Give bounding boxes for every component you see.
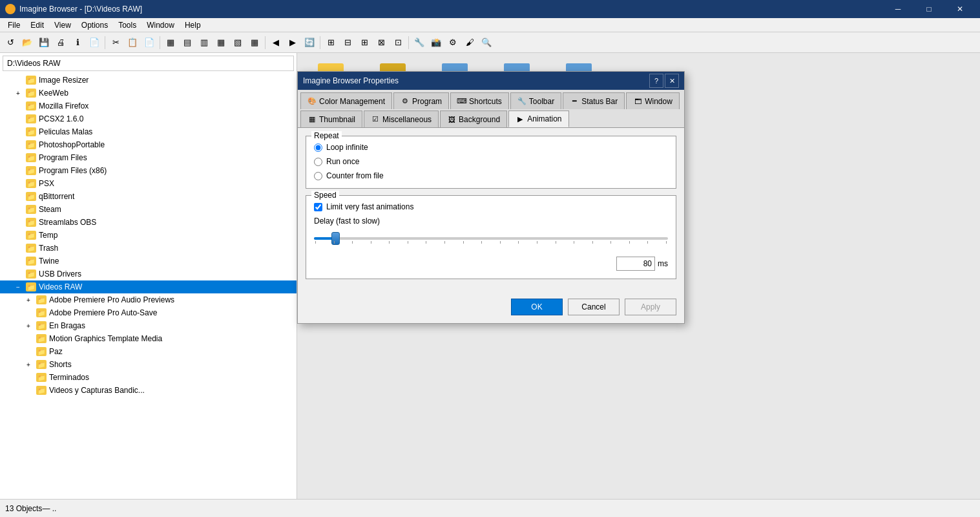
expand-icon[interactable] bbox=[13, 256, 23, 266]
delay-value-input[interactable] bbox=[616, 257, 655, 271]
tab-window[interactable]: 🗔 Window bbox=[626, 92, 680, 109]
tree-item-motion-graphics[interactable]: 📁 Motion Graphics Template Media bbox=[0, 332, 297, 345]
menu-file[interactable]: File bbox=[3, 18, 25, 32]
ok-button[interactable]: OK bbox=[511, 299, 563, 315]
expand-icon[interactable]: + bbox=[23, 321, 34, 331]
tree-item-videos-capturas[interactable]: 📁 Videos y Capturas Bandic... bbox=[0, 384, 297, 397]
tree-item-image-resizer[interactable]: 📁 Image Resizer bbox=[0, 74, 297, 87]
toolbar-btn-settings[interactable]: ⚙ bbox=[445, 35, 461, 50]
expand-icon[interactable] bbox=[13, 165, 23, 176]
toolbar-btn-refresh[interactable]: ↺ bbox=[3, 35, 18, 50]
toolbar-btn-view1[interactable]: ▦ bbox=[163, 35, 178, 50]
expand-icon[interactable] bbox=[13, 75, 23, 85]
toolbar-btn-info[interactable]: ℹ bbox=[70, 35, 85, 50]
tree-item-qbittorrent[interactable]: 📁 qBittorrent bbox=[0, 190, 297, 203]
toolbar-btn-grid3[interactable]: ⊞ bbox=[357, 35, 372, 50]
toolbar-btn-view5[interactable]: ▧ bbox=[230, 35, 245, 50]
expand-icon[interactable] bbox=[23, 333, 34, 344]
tree-item-program-files[interactable]: 📁 Program Files bbox=[0, 151, 297, 164]
expand-icon[interactable] bbox=[13, 140, 23, 150]
tree-item-en-bragas[interactable]: + 📁 En Bragas bbox=[0, 319, 297, 332]
expand-icon[interactable] bbox=[13, 101, 23, 111]
tree-item-adobe-auto-save[interactable]: 📁 Adobe Premiere Pro Auto-Save bbox=[0, 306, 297, 319]
expand-icon[interactable]: + bbox=[23, 295, 34, 305]
close-button[interactable]: ✕ bbox=[945, 0, 975, 18]
left-panel[interactable]: D:\Videos RAW 📁 Image Resizer + 📁 KeeWeb… bbox=[0, 53, 297, 499]
radio-counter-from-file-input[interactable] bbox=[314, 172, 322, 180]
limit-fast-checkbox[interactable] bbox=[314, 203, 322, 211]
toolbar-btn-camera[interactable]: 📸 bbox=[428, 35, 444, 50]
toolbar-btn-view4[interactable]: ▦ bbox=[213, 35, 229, 50]
toolbar-btn-tools[interactable]: 🔧 bbox=[412, 35, 427, 50]
expand-icon[interactable] bbox=[13, 178, 23, 189]
radio-counter-from-file[interactable]: Counter from file bbox=[314, 171, 668, 180]
tab-thumbnail[interactable]: ▦ Thumbnail bbox=[300, 111, 362, 127]
toolbar-btn-copy[interactable]: 📋 bbox=[125, 35, 140, 50]
tree-item-streamlabs[interactable]: 📁 Streamlabs OBS bbox=[0, 216, 297, 229]
slider-track-wrapper[interactable] bbox=[314, 231, 668, 246]
expand-icon[interactable] bbox=[13, 269, 23, 279]
toolbar-btn-grid4[interactable]: ⊠ bbox=[373, 35, 389, 50]
tree-item-psx[interactable]: 📁 PSX bbox=[0, 177, 297, 190]
dialog-help-button[interactable]: ? bbox=[649, 74, 663, 88]
toolbar-btn-print[interactable]: 🖨 bbox=[53, 35, 68, 50]
expand-icon[interactable] bbox=[23, 346, 34, 357]
dialog-close-button[interactable]: ✕ bbox=[665, 74, 679, 88]
tree-item-usb[interactable]: 📁 USB Drivers bbox=[0, 268, 297, 280]
radio-loop-infinite[interactable]: Loop infinite bbox=[314, 143, 668, 152]
expand-icon[interactable] bbox=[13, 217, 23, 227]
toolbar-btn-paint[interactable]: 🖌 bbox=[462, 35, 477, 50]
toolbar-btn-rotate[interactable]: 🔄 bbox=[302, 35, 317, 50]
toolbar-btn-open[interactable]: 📂 bbox=[19, 35, 35, 50]
radio-run-once-input[interactable] bbox=[314, 158, 322, 166]
menu-view[interactable]: View bbox=[49, 18, 76, 32]
tree-item-keeweb[interactable]: + 📁 KeeWeb bbox=[0, 87, 297, 100]
radio-loop-infinite-input[interactable] bbox=[314, 143, 322, 152]
toolbar-btn-cut[interactable]: ✂ bbox=[108, 35, 123, 50]
tab-background[interactable]: 🖼 Background bbox=[440, 111, 507, 127]
tab-shortcuts[interactable]: ⌨ Shortcuts bbox=[450, 92, 509, 109]
menu-edit[interactable]: Edit bbox=[25, 18, 49, 32]
expand-icon[interactable] bbox=[13, 191, 23, 202]
toolbar-btn-save[interactable]: 💾 bbox=[36, 35, 52, 50]
tree-item-trash[interactable]: 📁 Trash bbox=[0, 242, 297, 255]
toolbar-btn-grid1[interactable]: ⊞ bbox=[323, 35, 339, 50]
tree-item-mozilla[interactable]: 📁 Mozilla Firefox bbox=[0, 100, 297, 112]
tree-item-paz[interactable]: 📁 Paz bbox=[0, 345, 297, 358]
menu-window[interactable]: Window bbox=[141, 18, 180, 32]
expand-icon[interactable]: + bbox=[23, 359, 34, 370]
tree-item-pcsx2[interactable]: 📁 PCSX2 1.6.0 bbox=[0, 112, 297, 125]
expand-icon[interactable] bbox=[13, 153, 23, 163]
tab-miscellaneous[interactable]: ☑ Miscellaneous bbox=[364, 111, 439, 127]
tree-item-adobe-audio[interactable]: + 📁 Adobe Premiere Pro Audio Previews bbox=[0, 293, 297, 306]
menu-help[interactable]: Help bbox=[180, 18, 206, 32]
toolbar-btn-zoom[interactable]: 🔍 bbox=[479, 35, 494, 50]
tree-item-twine[interactable]: 📁 Twine bbox=[0, 255, 297, 268]
toolbar-btn-doc[interactable]: 📄 bbox=[87, 35, 102, 50]
expand-icon[interactable]: + bbox=[13, 88, 23, 98]
tab-color-management[interactable]: 🎨 Color Management bbox=[300, 92, 392, 109]
tree-item-peliculas[interactable]: 📁 Peliculas Malas bbox=[0, 125, 297, 138]
tree-item-photoshop[interactable]: 📁 PhotoshopPortable bbox=[0, 138, 297, 151]
tree-item-shorts[interactable]: + 📁 Shorts bbox=[0, 358, 297, 371]
toolbar-btn-view2[interactable]: ▤ bbox=[180, 35, 195, 50]
toolbar-btn-grid2[interactable]: ⊟ bbox=[340, 35, 355, 50]
expand-icon[interactable] bbox=[13, 127, 23, 137]
expand-icon[interactable] bbox=[23, 308, 34, 318]
apply-button[interactable]: Apply bbox=[625, 299, 676, 315]
expand-icon[interactable] bbox=[13, 114, 23, 124]
radio-run-once[interactable]: Run once bbox=[314, 157, 668, 166]
limit-fast-anim-row[interactable]: Limit very fast animations bbox=[314, 202, 668, 211]
expand-icon[interactable] bbox=[13, 243, 23, 253]
toolbar-btn-view3[interactable]: ▥ bbox=[196, 35, 212, 50]
toolbar-btn-view6[interactable]: ▦ bbox=[247, 35, 262, 50]
tab-toolbar[interactable]: 🔧 Toolbar bbox=[510, 92, 561, 109]
tree-item-temp[interactable]: 📁 Temp bbox=[0, 229, 297, 242]
menu-tools[interactable]: Tools bbox=[113, 18, 141, 32]
expand-icon[interactable] bbox=[23, 372, 34, 383]
tree-item-program-files-x86[interactable]: 📁 Program Files (x86) bbox=[0, 164, 297, 177]
expand-icon[interactable] bbox=[13, 230, 23, 240]
restore-button[interactable]: □ bbox=[914, 0, 944, 18]
toolbar-btn-grid5[interactable]: ⊡ bbox=[390, 35, 406, 50]
expand-icon[interactable] bbox=[13, 204, 23, 215]
